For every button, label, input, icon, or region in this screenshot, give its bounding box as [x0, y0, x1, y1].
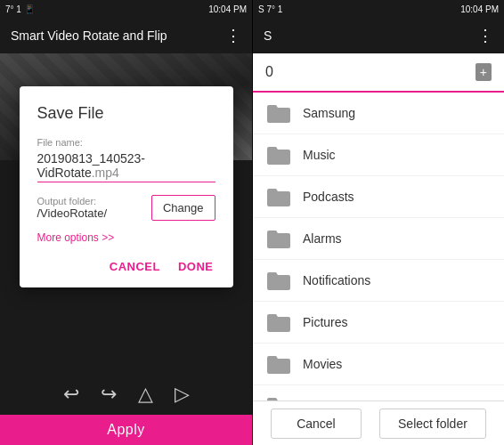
- bottom-controls: ↩ ↪ △ ▷ Apply: [0, 374, 252, 445]
- cancel-button[interactable]: CANCEL: [108, 256, 162, 277]
- done-button[interactable]: DONE: [176, 256, 215, 277]
- folder-icon: [265, 101, 292, 125]
- right-status-bar: S 7° 1 10:04 PM: [253, 0, 504, 18]
- save-file-dialog: Save File File name: 20190813_140523-Vid…: [20, 86, 233, 287]
- folder-icon: [265, 185, 292, 208]
- folder-header: 0 +: [253, 53, 504, 93]
- folder-icon: [265, 394, 292, 400]
- folder-list-item[interactable]: Download: [253, 385, 504, 400]
- right-status-left: S 7° 1: [258, 4, 282, 14]
- output-folder-label: Output folder:: [37, 196, 151, 206]
- folder-name: Samsung: [303, 106, 355, 120]
- folder-list-item[interactable]: Samsung: [253, 93, 504, 134]
- folder-list: Samsung Music Podcasts Alarms Notificati…: [253, 93, 504, 400]
- add-folder-icon: +: [480, 65, 487, 79]
- dialog-actions: CANCEL DONE: [37, 256, 215, 277]
- folder-list-item[interactable]: Movies: [253, 344, 504, 385]
- folder-name: Music: [303, 148, 336, 162]
- output-folder-row: Output folder: /VideoRotate/ Change: [37, 195, 215, 221]
- folder-icon: [265, 352, 292, 376]
- output-folder-path: /VideoRotate/: [37, 206, 151, 220]
- add-folder-button[interactable]: +: [476, 63, 492, 81]
- folder-name: Alarms: [303, 231, 342, 246]
- folder-breadcrumb: 0: [265, 64, 273, 80]
- right-overflow-icon[interactable]: ⋮: [477, 26, 493, 45]
- right-toolbar: S ⋮: [253, 18, 504, 53]
- right-bottom-bar: Cancel Select folder: [253, 400, 504, 445]
- folder-list-item[interactable]: Podcasts: [253, 176, 504, 218]
- folder-name: Podcasts: [303, 190, 354, 204]
- apply-label: Apply: [107, 422, 145, 438]
- save-file-dialog-overlay: Save File File name: 20190813_140523-Vid…: [0, 0, 252, 374]
- right-status-time: 10:04 PM: [460, 4, 499, 14]
- folder-list-item[interactable]: Notifications: [253, 260, 504, 302]
- left-panel: 7° 1 📱 10:04 PM Smart Video Rotate and F…: [0, 0, 252, 445]
- folder-name: Notifications: [303, 273, 370, 287]
- folder-list-item[interactable]: Pictures: [253, 302, 504, 344]
- change-folder-button[interactable]: Change: [151, 195, 215, 221]
- undo-icon[interactable]: ↩: [63, 383, 79, 406]
- folder-list-item[interactable]: Music: [253, 134, 504, 176]
- select-folder-button[interactable]: Select folder: [379, 409, 486, 439]
- file-name-value: 20190813_140523-VidRotate.mp4: [37, 151, 215, 182]
- dialog-title: Save File: [37, 104, 215, 123]
- folder-list-item[interactable]: Alarms: [253, 218, 504, 260]
- file-extension: .mp4: [92, 166, 119, 180]
- output-folder-info: Output folder: /VideoRotate/: [37, 196, 151, 220]
- redo-icon[interactable]: ↪: [101, 383, 117, 406]
- apply-bar[interactable]: Apply: [0, 415, 252, 445]
- right-app-title: S: [264, 28, 272, 43]
- controls-row: ↩ ↪ △ ▷: [0, 374, 252, 415]
- folder-name: Pictures: [303, 315, 348, 329]
- more-options-link[interactable]: More options >>: [37, 231, 215, 244]
- folder-icon: [265, 227, 292, 250]
- right-panel: S 7° 1 10:04 PM S ⋮ 0 + Samsung Music Po…: [252, 0, 504, 445]
- flip-horizontal-icon[interactable]: △: [138, 383, 153, 406]
- file-name-label: File name:: [37, 137, 215, 148]
- flip-vertical-icon[interactable]: ▷: [175, 383, 190, 406]
- folder-icon: [265, 269, 292, 292]
- cancel-select-button[interactable]: Cancel: [271, 409, 362, 439]
- folder-name: Movies: [303, 357, 342, 371]
- folder-icon: [265, 143, 292, 166]
- folder-icon: [265, 311, 292, 334]
